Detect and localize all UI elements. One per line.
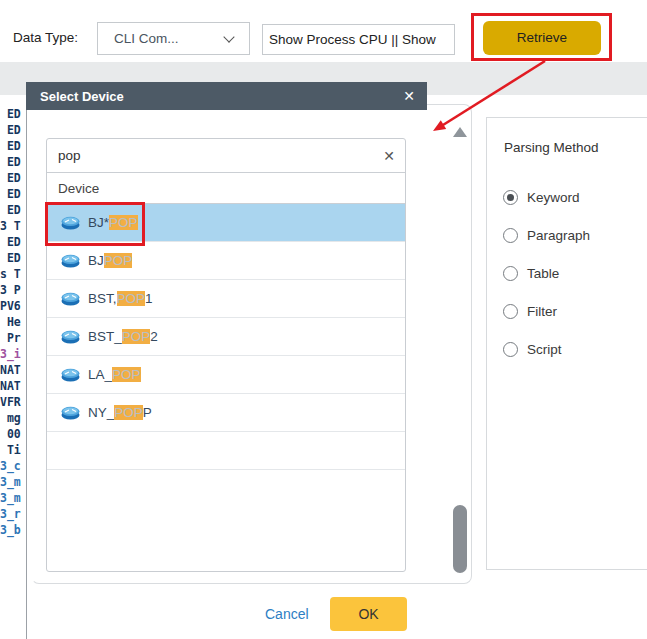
scrollbar-thumb[interactable] [453, 505, 467, 573]
router-icon [61, 292, 80, 306]
dialog-title: Select Device [40, 89, 124, 104]
parsing-option-label: Filter [527, 304, 557, 319]
device-rows: BJ*POP BJPOP BST,POP1 BST_POP2 LA_POP NY… [47, 204, 405, 470]
parsing-method-panel: Parsing Method Keyword Paragraph Table F… [486, 117, 647, 570]
parsing-option-filter[interactable]: Filter [487, 292, 647, 330]
device-search-row: ✕ [47, 139, 405, 173]
parsing-option-keyword[interactable]: Keyword [487, 178, 647, 216]
code-line: 3_i [0, 346, 27, 362]
router-icon [61, 368, 80, 382]
code-line: 3_m [0, 474, 27, 490]
parsing-option-table[interactable]: Table [487, 254, 647, 292]
device-table: ✕ Device BJ*POP BJPOP BST,POP1 BST_POP2 [46, 138, 406, 572]
router-icon [61, 330, 80, 344]
code-line: Ti [0, 442, 27, 458]
code-line: ED [0, 106, 27, 122]
code-line: ED [0, 186, 27, 202]
router-icon [61, 216, 80, 230]
dialog-titlebar: Select Device ✕ [26, 82, 427, 110]
code-line: Pr [0, 330, 27, 346]
scroll-up-icon[interactable] [453, 127, 467, 137]
select-device-dialog: ✕ Device BJ*POP BJPOP BST,POP1 BST_POP2 [26, 104, 472, 639]
device-name: BST_POP2 [88, 329, 158, 344]
parsing-option-label: Keyword [527, 190, 580, 205]
cancel-button[interactable]: Cancel [265, 606, 309, 622]
code-line: s T [0, 266, 27, 282]
parsing-method-heading: Parsing Method [504, 140, 599, 155]
code-line: mg [0, 410, 27, 426]
code-line: 3_m [0, 490, 27, 506]
radio-icon[interactable] [503, 342, 518, 357]
code-line: 00 [0, 426, 27, 442]
device-row[interactable]: BST,POP1 [47, 280, 405, 318]
device-name: BJ*POP [88, 215, 138, 230]
router-icon [61, 254, 80, 268]
data-type-dropdown[interactable]: CLI Com... [97, 22, 250, 55]
code-line: ED [0, 154, 27, 170]
chevron-down-icon [223, 31, 234, 42]
router-icon [61, 406, 80, 420]
device-name: LA_POP [88, 367, 141, 382]
code-line: ED [0, 138, 27, 154]
code-line: He [0, 314, 27, 330]
device-row[interactable]: NY_POPP [47, 394, 405, 432]
parsing-option-script[interactable]: Script [487, 330, 647, 368]
radio-icon[interactable] [503, 304, 518, 319]
radio-selected-icon[interactable] [503, 190, 518, 205]
parsing-option-paragraph[interactable]: Paragraph [487, 216, 647, 254]
device-row[interactable]: BST_POP2 [47, 318, 405, 356]
clear-search-icon[interactable]: ✕ [383, 148, 395, 164]
ok-button[interactable]: OK [330, 597, 407, 631]
code-line: 3 P [0, 282, 27, 298]
empty-row [47, 432, 405, 470]
background-code: ED ED ED ED ED ED ED3 T ED EDs T3 PPV6 H… [0, 106, 27, 546]
device-row[interactable]: BJPOP [47, 242, 405, 280]
device-name: BJPOP [88, 253, 132, 268]
close-icon[interactable]: ✕ [403, 88, 415, 104]
device-name: BST,POP1 [88, 291, 153, 306]
code-line: NAT [0, 378, 27, 394]
retrieve-button[interactable]: Retrieve [483, 21, 601, 55]
code-line: 3_c [0, 458, 27, 474]
code-line: PV6 [0, 298, 27, 314]
parsing-option-label: Script [527, 342, 562, 357]
parsing-option-label: Table [527, 266, 559, 281]
code-line: ED [0, 234, 27, 250]
code-line: ED [0, 170, 27, 186]
command-preview-box[interactable]: Show Process CPU || Show [262, 24, 455, 55]
radio-icon[interactable] [503, 228, 518, 243]
code-line: 3 T [0, 218, 27, 234]
code-line: NAT [0, 362, 27, 378]
data-type-label: Data Type: [13, 30, 78, 45]
code-line: VFR [0, 394, 27, 410]
code-line: 3_b [0, 522, 27, 538]
device-search-input[interactable] [58, 148, 358, 163]
code-line: 3_r [0, 506, 27, 522]
code-line: ED [0, 122, 27, 138]
device-header-label: Device [58, 181, 99, 196]
device-column-header: Device [47, 173, 405, 204]
device-row[interactable]: LA_POP [47, 356, 405, 394]
device-row[interactable]: BJ*POP [47, 204, 405, 242]
code-line: ED [0, 202, 27, 218]
radio-icon[interactable] [503, 266, 518, 281]
code-line: ED [0, 250, 27, 266]
device-name: NY_POPP [88, 405, 152, 420]
data-type-dropdown-value: CLI Com... [114, 31, 179, 46]
parsing-option-label: Paragraph [527, 228, 590, 243]
